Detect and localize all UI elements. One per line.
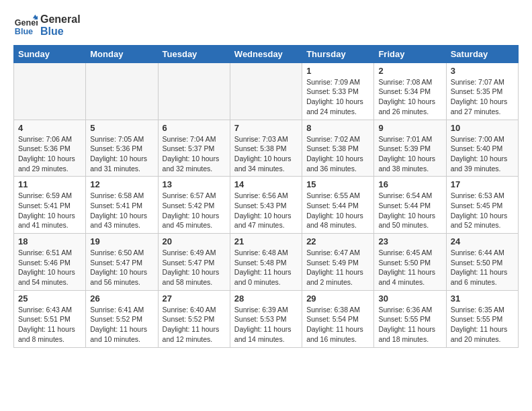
- day-number: 20: [163, 236, 226, 246]
- day-info: Sunrise: 7:03 AMSunset: 5:38 PMDaylight:…: [234, 134, 298, 174]
- calendar-cell: [158, 62, 230, 120]
- day-info: Sunrise: 6:58 AMSunset: 5:41 PMDaylight:…: [90, 191, 153, 230]
- day-info: Sunrise: 6:47 AMSunset: 5:49 PMDaylight:…: [306, 248, 369, 287]
- calendar-cell: 14Sunrise: 6:56 AMSunset: 5:43 PMDayligh…: [230, 177, 302, 234]
- calendar-cell: 15Sunrise: 6:55 AMSunset: 5:44 PMDayligh…: [302, 177, 374, 234]
- day-number: 10: [451, 123, 514, 133]
- day-info: Sunrise: 7:06 AMSunset: 5:36 PMDaylight:…: [18, 134, 81, 174]
- calendar-cell: 12Sunrise: 6:58 AMSunset: 5:41 PMDayligh…: [86, 177, 158, 234]
- day-number: 17: [451, 179, 514, 189]
- logo-blue: Blue: [40, 26, 81, 38]
- calendar-cell: 2Sunrise: 7:08 AMSunset: 5:34 PMDaylight…: [374, 62, 446, 120]
- calendar-cell: 5Sunrise: 7:05 AMSunset: 5:36 PMDaylight…: [86, 120, 158, 177]
- day-info: Sunrise: 7:07 AMSunset: 5:35 PMDaylight:…: [451, 77, 514, 117]
- day-number: 8: [306, 123, 369, 133]
- day-number: 11: [18, 179, 81, 189]
- calendar-cell: 25Sunrise: 6:43 AMSunset: 5:51 PMDayligh…: [14, 290, 86, 347]
- day-info: Sunrise: 6:41 AMSunset: 5:52 PMDaylight:…: [90, 305, 153, 345]
- calendar-cell: 30Sunrise: 6:36 AMSunset: 5:55 PMDayligh…: [374, 290, 446, 347]
- calendar-header-row: SundayMondayTuesdayWednesdayThursdayFrid…: [14, 45, 519, 62]
- day-number: 14: [234, 179, 298, 189]
- day-info: Sunrise: 6:51 AMSunset: 5:46 PMDaylight:…: [18, 248, 81, 287]
- col-header-friday: Friday: [374, 45, 446, 62]
- calendar-cell: 10Sunrise: 7:00 AMSunset: 5:40 PMDayligh…: [446, 120, 518, 177]
- day-info: Sunrise: 7:02 AMSunset: 5:38 PMDaylight:…: [306, 134, 369, 174]
- calendar-cell: 19Sunrise: 6:50 AMSunset: 5:47 PMDayligh…: [86, 234, 158, 291]
- day-number: 19: [90, 236, 153, 246]
- calendar-cell: 8Sunrise: 7:02 AMSunset: 5:38 PMDaylight…: [302, 120, 374, 177]
- col-header-monday: Monday: [86, 45, 158, 62]
- day-number: 15: [306, 179, 369, 189]
- calendar-cell: 9Sunrise: 7:01 AMSunset: 5:39 PMDaylight…: [374, 120, 446, 177]
- day-number: 1: [306, 66, 369, 76]
- day-number: 3: [451, 66, 514, 76]
- day-number: 29: [306, 293, 369, 304]
- col-header-saturday: Saturday: [446, 45, 518, 62]
- day-number: 24: [451, 236, 514, 246]
- day-info: Sunrise: 6:55 AMSunset: 5:44 PMDaylight:…: [306, 191, 369, 230]
- day-number: 30: [378, 293, 441, 304]
- calendar-cell: 4Sunrise: 7:06 AMSunset: 5:36 PMDaylight…: [14, 120, 86, 177]
- day-info: Sunrise: 7:09 AMSunset: 5:33 PMDaylight:…: [306, 77, 369, 117]
- day-info: Sunrise: 6:45 AMSunset: 5:50 PMDaylight:…: [378, 248, 441, 287]
- calendar-cell: 24Sunrise: 6:44 AMSunset: 5:50 PMDayligh…: [446, 234, 518, 291]
- day-info: Sunrise: 6:36 AMSunset: 5:55 PMDaylight:…: [378, 305, 441, 345]
- day-number: 13: [163, 179, 226, 189]
- logo: General Blue General Blue: [13, 13, 81, 38]
- day-number: 2: [378, 66, 441, 76]
- day-number: 12: [90, 179, 153, 189]
- day-number: 21: [234, 236, 298, 246]
- calendar-cell: 26Sunrise: 6:41 AMSunset: 5:52 PMDayligh…: [86, 290, 158, 347]
- calendar-cell: 27Sunrise: 6:40 AMSunset: 5:52 PMDayligh…: [158, 290, 230, 347]
- day-info: Sunrise: 6:56 AMSunset: 5:43 PMDaylight:…: [234, 191, 298, 230]
- calendar-cell: [230, 62, 302, 120]
- calendar-cell: 7Sunrise: 7:03 AMSunset: 5:38 PMDaylight…: [230, 120, 302, 177]
- calendar-cell: 16Sunrise: 6:54 AMSunset: 5:44 PMDayligh…: [374, 177, 446, 234]
- day-number: 9: [378, 123, 441, 133]
- day-number: 4: [18, 123, 81, 133]
- day-info: Sunrise: 7:05 AMSunset: 5:36 PMDaylight:…: [90, 134, 153, 174]
- calendar-week-5: 25Sunrise: 6:43 AMSunset: 5:51 PMDayligh…: [14, 290, 519, 347]
- page-header: General Blue General Blue: [13, 13, 519, 38]
- calendar-cell: 18Sunrise: 6:51 AMSunset: 5:46 PMDayligh…: [14, 234, 86, 291]
- logo-icon: General Blue: [13, 13, 38, 38]
- day-info: Sunrise: 6:35 AMSunset: 5:55 PMDaylight:…: [451, 305, 514, 345]
- day-info: Sunrise: 6:54 AMSunset: 5:44 PMDaylight:…: [378, 191, 441, 230]
- col-header-wednesday: Wednesday: [230, 45, 302, 62]
- day-number: 25: [18, 293, 81, 304]
- svg-text:Blue: Blue: [15, 27, 33, 36]
- calendar-table: SundayMondayTuesdayWednesdayThursdayFrid…: [13, 45, 519, 348]
- day-number: 28: [234, 293, 298, 304]
- calendar-cell: 28Sunrise: 6:39 AMSunset: 5:53 PMDayligh…: [230, 290, 302, 347]
- day-number: 6: [163, 123, 226, 133]
- day-info: Sunrise: 6:38 AMSunset: 5:54 PMDaylight:…: [306, 305, 369, 345]
- calendar-cell: 17Sunrise: 6:53 AMSunset: 5:45 PMDayligh…: [446, 177, 518, 234]
- calendar-cell: [86, 62, 158, 120]
- calendar-cell: 3Sunrise: 7:07 AMSunset: 5:35 PMDaylight…: [446, 62, 518, 120]
- calendar-week-3: 11Sunrise: 6:59 AMSunset: 5:41 PMDayligh…: [14, 177, 519, 234]
- calendar-cell: 1Sunrise: 7:09 AMSunset: 5:33 PMDaylight…: [302, 62, 374, 120]
- day-info: Sunrise: 6:48 AMSunset: 5:48 PMDaylight:…: [234, 248, 298, 287]
- day-number: 27: [163, 293, 226, 304]
- day-info: Sunrise: 6:59 AMSunset: 5:41 PMDaylight:…: [18, 191, 81, 230]
- day-number: 31: [451, 293, 514, 304]
- day-info: Sunrise: 6:53 AMSunset: 5:45 PMDaylight:…: [451, 191, 514, 230]
- day-info: Sunrise: 7:01 AMSunset: 5:39 PMDaylight:…: [378, 134, 441, 174]
- day-info: Sunrise: 6:50 AMSunset: 5:47 PMDaylight:…: [90, 248, 153, 287]
- day-info: Sunrise: 7:00 AMSunset: 5:40 PMDaylight:…: [451, 134, 514, 174]
- calendar-cell: 20Sunrise: 6:49 AMSunset: 5:47 PMDayligh…: [158, 234, 230, 291]
- day-info: Sunrise: 6:39 AMSunset: 5:53 PMDaylight:…: [234, 305, 298, 345]
- day-info: Sunrise: 6:43 AMSunset: 5:51 PMDaylight:…: [18, 305, 81, 345]
- calendar-cell: 13Sunrise: 6:57 AMSunset: 5:42 PMDayligh…: [158, 177, 230, 234]
- day-info: Sunrise: 6:49 AMSunset: 5:47 PMDaylight:…: [163, 248, 226, 287]
- day-info: Sunrise: 6:44 AMSunset: 5:50 PMDaylight:…: [451, 248, 514, 287]
- calendar-cell: 6Sunrise: 7:04 AMSunset: 5:37 PMDaylight…: [158, 120, 230, 177]
- calendar-cell: 22Sunrise: 6:47 AMSunset: 5:49 PMDayligh…: [302, 234, 374, 291]
- day-number: 22: [306, 236, 369, 246]
- day-info: Sunrise: 7:08 AMSunset: 5:34 PMDaylight:…: [378, 77, 441, 117]
- calendar-cell: 31Sunrise: 6:35 AMSunset: 5:55 PMDayligh…: [446, 290, 518, 347]
- day-number: 16: [378, 179, 441, 189]
- day-number: 5: [90, 123, 153, 133]
- calendar-week-4: 18Sunrise: 6:51 AMSunset: 5:46 PMDayligh…: [14, 234, 519, 291]
- day-number: 7: [234, 123, 298, 133]
